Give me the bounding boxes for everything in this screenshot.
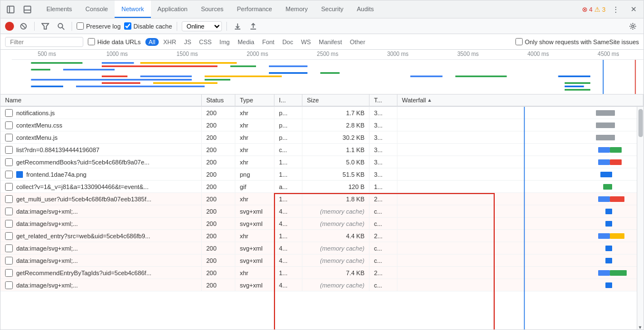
row-checkbox[interactable] [5,121,13,129]
td-time: c... [370,279,397,291]
throttle-select[interactable]: Online Fast 3G Slow 3G Offline [182,21,222,31]
vertical-scrollbar[interactable]: ▼ [637,107,643,330]
filter-input[interactable] [5,37,83,47]
preserve-log-checkbox[interactable]: Preserve log [77,22,121,30]
th-type[interactable]: Type [235,95,274,106]
row-checkbox[interactable] [5,195,13,203]
svg-rect-34 [102,82,140,84]
row-checkbox[interactable] [5,183,13,191]
record-btn[interactable] [5,22,14,31]
disable-cache-checkbox[interactable]: Disable cache [124,22,172,30]
td-waterfall [397,119,643,131]
table-row[interactable]: frontend.1dae74a.png 200 png 1... 51.5 K… [1,168,643,181]
filter-tag-media[interactable]: Media [234,38,258,46]
tab-sources[interactable]: Sources [194,1,230,18]
filter-tag-font[interactable]: Font [259,38,278,46]
table-row[interactable]: contextMenu.js 200 xhr p... 30.2 KB 3... [1,131,643,144]
table-body[interactable]: notifications.js 200 xhr p... 1.7 KB 3..… [1,107,643,330]
row-checkbox[interactable] [5,244,13,252]
devtools-layout-btn[interactable] [20,2,35,17]
timeline-area: 500 ms 1000 ms 1500 ms 2000 ms 2500 ms 3… [1,50,643,95]
table-row[interactable]: notifications.js 200 xhr p... 1.7 KB 3..… [1,107,643,119]
scrollbar-thumb[interactable] [638,109,643,137]
row-checkbox[interactable] [5,208,13,215]
filter-tag-ws[interactable]: WS [297,38,314,46]
th-status[interactable]: Status [202,95,235,106]
row-checkbox[interactable] [5,134,13,142]
close-devtools-btn[interactable]: ✕ [626,2,641,17]
th-name[interactable]: Name [1,95,202,106]
export-btn[interactable] [247,20,259,32]
row-checkbox[interactable] [5,281,13,289]
th-initiator[interactable]: I... [274,95,302,106]
td-initiator: 4... [274,242,302,254]
td-waterfall [397,193,643,205]
td-status: 200 [202,107,235,119]
filter-tag-img[interactable]: Img [216,38,233,46]
filter-tag-all[interactable]: All [145,38,159,46]
tab-security[interactable]: Security [314,1,350,18]
tab-network[interactable]: Network [115,1,150,18]
filter-tag-manifest[interactable]: Manifest [315,38,345,46]
table-row[interactable]: data:image/svg+xml;... 200 svg+xml 4... … [1,254,643,267]
scroll-down-arrow[interactable]: ▼ [637,324,643,330]
table-row[interactable]: collect?v=1&_v=j81&a=1330904466&t=event&… [1,181,643,193]
table-row[interactable]: contextMenu.css 200 xhr p... 2.8 KB 3... [1,119,643,131]
settings-btn[interactable] [627,20,639,32]
row-checkbox[interactable] [5,220,13,228]
table-row[interactable]: data:image/svg+xml;... 200 svg+xml 4... … [1,279,643,291]
svg-rect-29 [410,76,443,77]
td-waterfall [397,131,643,143]
tab-memory[interactable]: Memory [279,1,315,18]
row-checkbox[interactable] [5,171,13,178]
row-checkbox[interactable] [5,158,13,166]
td-time: c... [370,205,397,217]
svg-marker-6 [42,23,49,29]
row-checkbox[interactable] [5,146,13,154]
tab-console[interactable]: Console [79,1,115,18]
table-row[interactable]: data:image/svg+xml;... 200 svg+xml 4... … [1,242,643,254]
search-btn[interactable] [55,20,67,32]
table-row[interactable]: get_multi_user?uid=5ceb4c686fb9a07eeb138… [1,193,643,205]
table-row[interactable]: list?rdn=0.8841394444196087 200 xhr c...… [1,144,643,156]
td-size: 120 B [302,181,370,192]
samesite-checkbox[interactable]: Only show requests with SameSite issues [515,38,639,45]
more-tabs-btn[interactable]: ⋮ [608,2,623,17]
row-checkbox[interactable] [5,269,13,277]
filter-tag-js[interactable]: JS [181,38,195,46]
svg-rect-35 [153,82,217,84]
tab-audits[interactable]: Audits [350,1,381,18]
tab-performance[interactable]: Performance [230,1,279,18]
svg-rect-33 [205,79,230,81]
th-size[interactable]: Size [302,95,370,106]
table-row[interactable]: data:image/svg+xml;... 200 svg+xml 4... … [1,205,643,218]
tab-application[interactable]: Application [151,1,195,18]
filter-tag-doc[interactable]: Doc [279,38,297,46]
svg-rect-30 [456,76,507,77]
filter-tag-xhr[interactable]: XHR [160,38,179,46]
filter-btn[interactable] [39,20,51,32]
td-type: xhr [235,230,274,242]
table-row[interactable]: getRecommendBooks?uid=5ceb4c686fb9a07e..… [1,156,643,168]
filter-tag-other[interactable]: Other [347,38,369,46]
table-row[interactable]: getRecommendEntryByTagIds?uid=5ceb4c686f… [1,267,643,279]
clear-btn[interactable] [17,20,30,32]
th-time[interactable]: T... [370,95,397,106]
td-size: 30.2 KB [302,131,370,143]
td-initiator: 4... [274,205,302,217]
table-row[interactable]: get_related_entry?src=web&uid=5ceb4c686f… [1,230,643,242]
hide-data-urls-checkbox[interactable]: Hide data URLs [88,38,141,45]
td-waterfall [397,205,643,217]
import-btn[interactable] [231,20,244,32]
filter-tag-css[interactable]: CSS [196,38,215,46]
devtools-dock-btn[interactable] [3,2,18,17]
th-waterfall[interactable]: Waterfall ▲ [397,95,643,106]
tab-elements[interactable]: Elements [40,1,79,18]
row-checkbox[interactable] [5,109,13,117]
svg-rect-2 [24,6,31,13]
svg-point-13 [632,25,634,27]
row-checkbox[interactable] [5,257,13,265]
row-checkbox[interactable] [5,232,13,240]
table-row[interactable]: data:image/svg+xml;... 200 svg+xml 4... … [1,218,643,230]
filter-bar: Hide data URLs All XHR JS CSS Img Media … [1,34,643,50]
